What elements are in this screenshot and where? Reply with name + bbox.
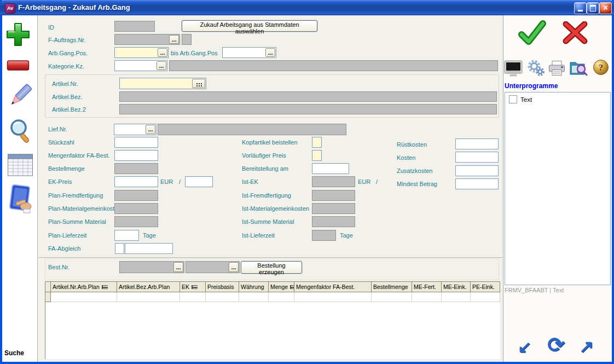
fa-abgleich-flag-field[interactable]	[115, 243, 124, 254]
grid-cell[interactable]	[294, 292, 372, 302]
bis-arb-gang-pos-browse-button[interactable]: ...	[265, 48, 275, 57]
mengenfaktor-input[interactable]	[114, 150, 158, 161]
column-header-artikel-nr-arb-plan[interactable]: Artikel.Nr.Arb.Plan	[51, 281, 117, 292]
best-nr-field-1: ...	[119, 261, 184, 273]
arb-gang-pos-field[interactable]: ...	[114, 47, 169, 58]
bereitstellung-am-input[interactable]	[312, 163, 349, 174]
settings-button[interactable]	[526, 59, 545, 79]
maximize-button[interactable]	[587, 2, 599, 14]
vorlaeufiger-preis-field[interactable]	[312, 150, 322, 161]
grid-cell[interactable]	[117, 292, 180, 302]
column-header-mengenfaktor-fa-best-[interactable]: Mengenfaktor FA-Best.	[294, 281, 372, 292]
grid-cell[interactable]	[471, 292, 500, 302]
best-nr-browse-button-1[interactable]: ...	[173, 262, 183, 272]
refresh-button[interactable]: ⟳	[547, 333, 565, 357]
ruestkosten-input[interactable]	[455, 138, 499, 149]
kopfartikel-beistellen-label: Kopfartikel beistellen	[242, 139, 298, 146]
stueckzahl-input[interactable]	[114, 137, 158, 148]
item-checkbox[interactable]	[509, 95, 517, 103]
lief-nr-browse-button[interactable]: ...	[146, 125, 155, 134]
artikel-nr-field[interactable]	[119, 78, 206, 89]
delete-record-button[interactable]	[7, 60, 30, 74]
grid-cell[interactable]	[442, 292, 471, 302]
lief-nr-field[interactable]: ...	[114, 124, 157, 135]
kategorie-kz-browse-button[interactable]: ...	[157, 61, 166, 70]
item-label: Text	[520, 96, 532, 103]
ek-slash-text: /	[179, 178, 181, 185]
display-button[interactable]	[504, 60, 523, 79]
artikel-bez-field	[119, 91, 497, 102]
bestellung-erzeugen-button[interactable]: Bestellung erzeugen	[241, 261, 302, 274]
list-item[interactable]: Text	[505, 93, 610, 103]
cancel-button[interactable]	[561, 21, 589, 47]
edit-record-button[interactable]	[5, 82, 33, 116]
column-header-artikel-bez-arb-plan[interactable]: Artikel.Bez.Arb.Plan	[117, 281, 180, 292]
column-header-preisbasis[interactable]: Preisbasis	[206, 281, 239, 292]
back-arrow-button[interactable]: ↙	[518, 337, 531, 356]
table-view-button[interactable]	[7, 153, 33, 180]
column-header-me-eink-[interactable]: ME-Eink.	[442, 281, 471, 292]
svg-text:?: ?	[599, 62, 604, 73]
id-field	[114, 21, 155, 32]
stammdaten-button[interactable]: Zukauf Arbeitsgang aus Stammdaten auswäh…	[182, 20, 317, 32]
bis-arb-gang-pos-field[interactable]: ...	[222, 47, 276, 58]
best-nr-label: Best.Nr.	[48, 264, 69, 270]
mindest-betrag-input[interactable]	[455, 178, 499, 189]
f-auftrags-nr-browse-button[interactable]: ...	[169, 35, 179, 44]
sort-icon	[290, 285, 294, 289]
row-selector-cell[interactable]	[45, 292, 51, 302]
ek-preis-input[interactable]	[114, 176, 158, 187]
ist-ek-field	[312, 176, 355, 187]
plan-materialgemeinkosten-label: Plan-Materialgemeinkosten	[48, 205, 121, 212]
column-header-w-hrung[interactable]: Währung	[239, 281, 269, 292]
plus-icon	[5, 22, 31, 49]
grid-cell[interactable]	[412, 292, 442, 302]
best-nr-browse-button-2[interactable]: ...	[229, 262, 239, 272]
unterprogramme-label: Unterprogramme	[505, 82, 558, 90]
grid-cell[interactable]	[372, 292, 412, 302]
column-header-selector[interactable]	[45, 281, 51, 292]
sort-icon	[192, 285, 198, 289]
help-button[interactable]: ?	[593, 59, 609, 78]
ist-fremdfertigung-label: Ist-Fremdfertigung	[242, 192, 291, 199]
unterprogramme-listbox[interactable]: Text	[505, 92, 611, 285]
zusatzkosten-input[interactable]	[455, 165, 499, 176]
bis-arb-gang-pos-label: bis Arb.Gang.Pos	[171, 50, 218, 56]
f-auftrags-nr-extra-field	[182, 34, 192, 45]
print-button[interactable]	[548, 60, 566, 79]
kosten-input[interactable]	[455, 152, 499, 163]
grid-data-row[interactable]	[45, 292, 500, 302]
column-header-menge[interactable]: Menge	[269, 281, 294, 292]
kopfartikel-beistellen-field[interactable]	[312, 137, 322, 148]
kategorie-kz-field[interactable]: ...	[114, 60, 167, 71]
select-record-button[interactable]	[7, 183, 34, 217]
column-header-bestellmenge[interactable]: Bestellmenge	[372, 281, 412, 292]
forward-arrow-button[interactable]: ↗	[579, 336, 594, 357]
column-header-ek[interactable]: EK	[180, 281, 206, 292]
column-header-label: PE-Eink.	[472, 284, 495, 290]
search-record-button[interactable]	[7, 117, 34, 150]
minimize-button[interactable]	[574, 2, 587, 14]
add-record-button[interactable]	[5, 22, 31, 51]
grid-cell[interactable]	[206, 292, 239, 302]
column-header-pe-eink-[interactable]: PE-Eink.	[471, 281, 500, 292]
grid-cell[interactable]	[269, 292, 294, 302]
grid-cell[interactable]	[180, 292, 206, 302]
column-header-label: Artikel.Bez.Arb.Plan	[119, 284, 170, 290]
arb-gang-pos-browse-button[interactable]: ...	[158, 48, 167, 57]
ist-ek-label: Ist-EK	[242, 178, 258, 185]
plan-lieferzeit-input[interactable]	[114, 230, 139, 241]
preview-search-button[interactable]	[569, 60, 588, 79]
ok-button[interactable]	[518, 20, 546, 48]
fa-abgleich-input[interactable]	[125, 243, 173, 254]
grid-cell[interactable]	[51, 292, 117, 302]
printer-icon	[548, 60, 566, 77]
ek-preis-per-input[interactable]	[185, 176, 213, 187]
column-header-me-fert-[interactable]: ME-Fert.	[412, 281, 442, 292]
bestellmenge-label: Bestellmenge	[48, 165, 85, 172]
close-button[interactable]: ×	[599, 2, 612, 14]
f-auftrags-nr-label: F-Auftrags.Nr.	[48, 37, 85, 43]
artikel-nr-picker-button[interactable]	[192, 79, 205, 88]
grid-cell[interactable]	[239, 292, 269, 302]
minus-icon	[7, 60, 30, 72]
